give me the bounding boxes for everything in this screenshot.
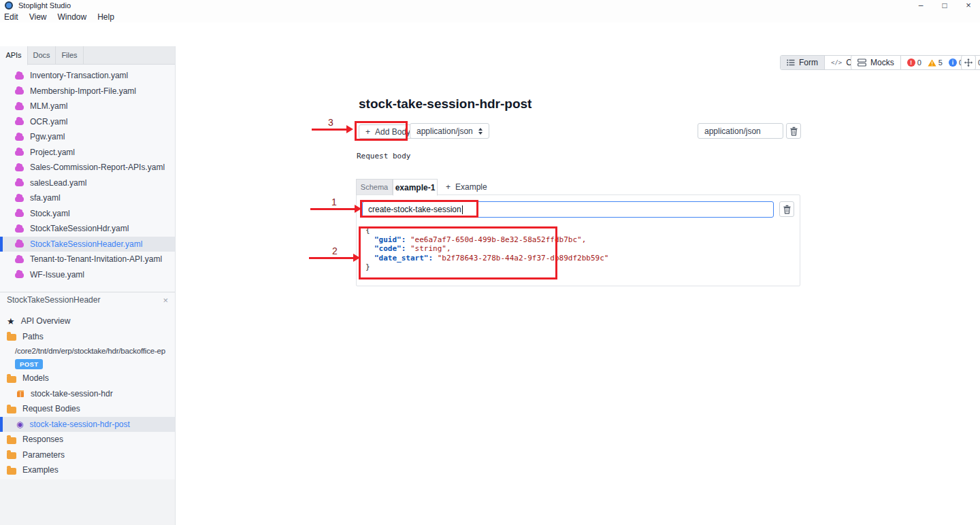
form-list-icon xyxy=(787,59,795,66)
outline-title: StockTakeSessionHeader xyxy=(7,295,100,305)
file-item[interactable]: Sales-Commission-Report-APIs.yaml xyxy=(0,160,175,175)
menu-help[interactable]: Help xyxy=(97,12,114,22)
file-item-selected[interactable]: StockTakeSessionHeader.yaml xyxy=(0,237,175,252)
tree-item-request-bodies[interactable]: Request Bodies xyxy=(0,401,175,417)
tree-item-paths[interactable]: Paths xyxy=(0,329,175,345)
app-title: Stoplight Studio xyxy=(18,1,71,10)
request-body-label: Request body xyxy=(357,152,410,160)
example-name-value: create-stock-take-session xyxy=(368,205,461,214)
file-item[interactable]: StockTakeSessionHdr.yaml xyxy=(0,221,175,237)
api-cloud-icon xyxy=(15,197,24,202)
tree-item-request-body-selected[interactable]: ◉ stock-take-session-hdr-post xyxy=(0,417,175,433)
close-icon[interactable]: × xyxy=(163,295,168,305)
content-type-input[interactable]: application/json xyxy=(698,123,783,139)
file-label: sfa.yaml xyxy=(30,193,61,203)
tree-item-model[interactable]: stock-take-session-hdr xyxy=(0,386,175,402)
folder-icon xyxy=(7,407,16,413)
add-body-button[interactable]: + Add Body xyxy=(359,124,417,139)
menu-window[interactable]: Window xyxy=(57,12,86,22)
tree-item-endpoint-path[interactable]: /core2/tnt/dm/erp/stocktake/hdr/backoffi… xyxy=(0,344,175,358)
tree-label: Parameters xyxy=(22,450,65,460)
annotation-label-step2: 2 xyxy=(332,245,338,256)
file-item[interactable]: MLM.yaml xyxy=(0,99,175,114)
form-view-label: Form xyxy=(799,58,818,67)
delete-content-type-button[interactable] xyxy=(786,123,801,139)
move-cross-icon xyxy=(964,58,973,67)
add-example-button[interactable]: + Example xyxy=(446,179,487,195)
file-item[interactable]: sfa.yaml xyxy=(0,190,175,206)
folder-icon xyxy=(7,468,16,475)
api-cloud-icon xyxy=(15,105,24,110)
file-item[interactable]: OCR.yaml xyxy=(0,114,175,130)
annotation-label-step3: 3 xyxy=(328,117,333,128)
warnings-count: 5 xyxy=(938,58,943,67)
file-item[interactable]: Pgw.yaml xyxy=(0,129,175,145)
example-tab-strip: Schema example-1 + Example xyxy=(356,178,487,195)
file-item[interactable]: WF-Issue.yaml xyxy=(0,267,175,283)
content-type-select[interactable]: application/json xyxy=(410,123,489,139)
file-item[interactable]: Membership-Import-File.yaml xyxy=(0,84,175,99)
title-bar: Stoplight Studio – □ × xyxy=(0,0,980,12)
json-line-guid: "guid": "ee6a7af7-650d-499b-8e32-58a52ff… xyxy=(365,235,608,245)
file-label: Membership-Import-File.yaml xyxy=(30,86,136,96)
tree-item-parameters[interactable]: Parameters xyxy=(0,447,175,463)
plus-icon: + xyxy=(365,127,370,137)
tab-example-1[interactable]: example-1 xyxy=(393,179,438,196)
api-cloud-icon xyxy=(15,135,24,141)
api-cloud-icon xyxy=(15,227,24,233)
delete-example-button[interactable] xyxy=(779,201,794,217)
content-type-value: application/json xyxy=(416,126,473,136)
api-cloud-icon xyxy=(15,258,24,263)
api-cloud-icon xyxy=(15,242,24,248)
tree-label: Examples xyxy=(22,465,59,475)
tab-files[interactable]: Files xyxy=(56,46,84,65)
api-cloud-icon xyxy=(15,211,24,217)
main-content: Form </> Code Mocks ! 0 xyxy=(176,46,980,525)
api-cloud-icon xyxy=(15,166,24,171)
folder-icon xyxy=(7,376,16,383)
mocks-button[interactable]: Mocks xyxy=(851,56,901,69)
tab-schema[interactable]: Schema xyxy=(356,179,393,195)
file-label: StockTakeSessionHeader.yaml xyxy=(30,239,142,249)
sidebar-tab-strip: APIs Docs Files xyxy=(0,46,175,65)
tree-label: Models xyxy=(22,373,49,383)
file-label: Project.yaml xyxy=(30,148,75,157)
tab-docs[interactable]: Docs xyxy=(28,46,56,65)
api-file-list: Inventory-Transaction.yaml Membership-Im… xyxy=(0,68,175,282)
tree-item-examples[interactable]: Examples xyxy=(0,462,175,478)
minimize-button[interactable]: – xyxy=(911,0,931,12)
file-item[interactable]: salesLead.yaml xyxy=(0,175,175,191)
tree-item-api-overview[interactable]: ★ API Overview xyxy=(0,314,175,329)
file-label: Inventory-Transaction.yaml xyxy=(30,71,128,80)
file-item[interactable]: Stock.yaml xyxy=(0,206,175,222)
tree-label: Paths xyxy=(22,332,44,341)
close-button[interactable]: × xyxy=(958,0,979,12)
file-item[interactable]: Inventory-Transaction.yaml xyxy=(0,68,175,84)
tree-item-responses[interactable]: Responses xyxy=(0,432,175,447)
tab-apis[interactable]: APIs xyxy=(0,46,28,65)
file-item[interactable]: Tenant-to-Tenant-Invitation-API.yaml xyxy=(0,252,175,267)
tree-label: Responses xyxy=(22,435,63,444)
tree-item-endpoint-method[interactable]: POST xyxy=(0,358,175,371)
errors-badge[interactable]: ! 0 xyxy=(907,58,921,67)
folder-icon xyxy=(7,452,16,459)
stoplight-studio-window: Stoplight Studio – □ × Edit View Window … xyxy=(0,0,980,525)
info-circle-icon: i xyxy=(949,58,957,67)
page-title: stock-take-session-hdr-post xyxy=(359,97,532,112)
menu-view[interactable]: View xyxy=(29,12,47,22)
tree-item-models[interactable]: Models xyxy=(0,371,175,386)
form-view-button[interactable]: Form xyxy=(781,56,825,69)
sidebar-footer xyxy=(0,479,175,525)
example-json-editor[interactable]: { "guid": "ee6a7af7-650d-499b-8e32-58a52… xyxy=(365,226,608,272)
server-icon xyxy=(858,58,866,67)
maximize-button[interactable]: □ xyxy=(934,0,955,12)
tree-label: stock-take-session-hdr xyxy=(31,389,113,399)
panel-move-button[interactable] xyxy=(961,55,976,70)
file-item[interactable]: Project.yaml xyxy=(0,145,175,160)
menu-edit[interactable]: Edit xyxy=(4,12,18,22)
api-outline-header: StockTakeSessionHeader × xyxy=(0,292,175,307)
warnings-badge[interactable]: 5 xyxy=(928,58,943,67)
file-label: Pgw.yaml xyxy=(30,132,65,141)
mocks-label: Mocks xyxy=(870,58,894,67)
example-name-input[interactable]: create-stock-take-session xyxy=(362,201,774,218)
